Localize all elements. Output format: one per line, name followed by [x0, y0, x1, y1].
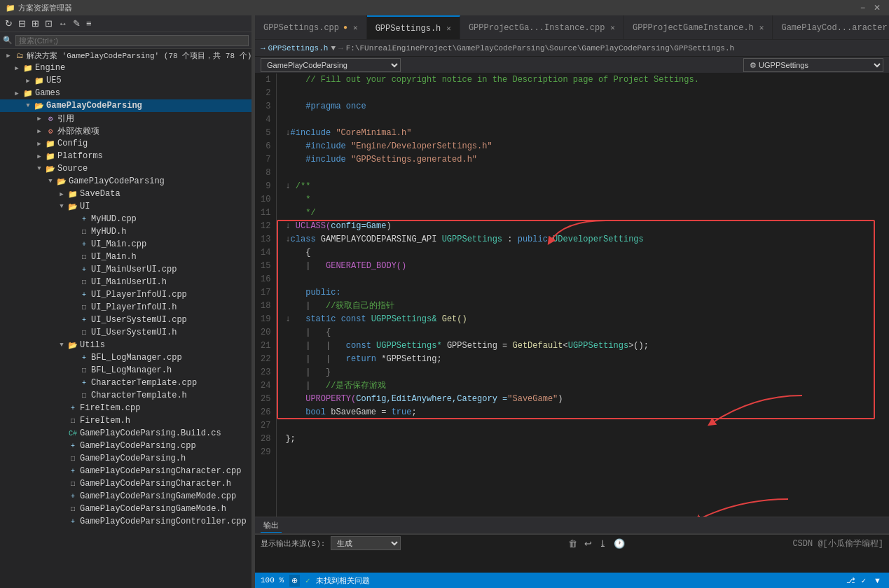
gpgamemode-h-icon: □ [67, 503, 78, 514]
tab-proj-cpp-label: GPPProjectGa...Instance.cpp [469, 23, 605, 33]
tree-item-ui-user-h[interactable]: □ UI_UserSystemUI.h [0, 326, 251, 339]
output-scroll-lock-btn[interactable]: ⤓ [597, 538, 609, 550]
tab-gpp-cpp[interactable]: GPPSettings.cpp ● ✕ [255, 15, 367, 40]
tree-item-games[interactable]: ▶ 📁 Games [0, 87, 251, 99]
breadcrumb-bar: → GPPSettings.h ▼ → F:\FUnrealEngineProj… [255, 40, 889, 57]
bottom-tab-output[interactable]: 输出 [261, 519, 282, 533]
tree-item-ui-user-cpp[interactable]: + UI_UserSystemUI.cpp [0, 314, 251, 326]
tab-char-cpp-label: GamePlayCod...aracter.cpp [781, 23, 889, 33]
tab-proj-cpp[interactable]: GPPProjectGa...Instance.cpp ✕ [460, 15, 624, 40]
nav-class-select[interactable]: GamePlayCodeParsing [261, 58, 401, 72]
tab-gpp-h-close[interactable]: ✕ [446, 24, 451, 33]
platforms-folder-icon: 📁 [45, 150, 56, 162]
gameplay-label: GamePlayCodeParsing [46, 101, 142, 111]
tree-item-ui-main-h[interactable]: □ UI_Main.h [0, 251, 251, 263]
tree-item-ui-player-h[interactable]: □ UI_PlayerInfoUI.h [0, 301, 251, 314]
tab-proj-cpp-close[interactable]: ✕ [610, 23, 615, 32]
search-input[interactable] [15, 35, 249, 46]
tree-item-build-cs[interactable]: C# GamePlayCodeParsing.Build.cs [0, 427, 251, 440]
tree-item-gpctrl-cpp[interactable]: + GamePlayCodeParsingController.cpp [0, 515, 251, 528]
fireitem-h-icon: □ [67, 415, 78, 426]
tree-item-engine[interactable]: ▶ 📁 Engine [0, 62, 251, 74]
tree-item-ui-mainuser-h[interactable]: □ UI_MainUserUI.h [0, 276, 251, 288]
ue5-label: UE5 [46, 76, 62, 85]
tree-item-source[interactable]: ▼ 📂 Source [0, 162, 251, 175]
code-line-6: #include "Engine/DeveloperSettings.h" [285, 140, 889, 153]
breadcrumb-dropdown1[interactable]: ▼ [331, 44, 336, 52]
tree-item-deps[interactable]: ▶ ⚙ 外部依赖项 [0, 125, 251, 137]
output-source-select[interactable]: 生成 [331, 536, 401, 550]
gameplay-src-label: GamePlayCodeParsing [69, 176, 165, 186]
nav-member-select[interactable]: ⚙ UGPPSettings [743, 58, 883, 72]
status-zoom-btn[interactable]: ⊕ [289, 575, 300, 587]
tree-item-gameplay[interactable]: ▼ 📂 GamePlayCodeParsing [0, 99, 251, 112]
tree-item-fireitem-h[interactable]: □ FireItem.h [0, 414, 251, 427]
menu-button[interactable]: ≡ [84, 17, 94, 30]
ue5-folder-icon: 📁 [34, 75, 45, 86]
tree-item-gpgamemode-h[interactable]: □ GamePlayCodeParsingGameMode.h [0, 503, 251, 515]
tab-proj-h-close[interactable]: ✕ [759, 23, 764, 32]
pin-button[interactable]: − [857, 3, 868, 13]
code-editor[interactable]: 12345 678910 1112131415 1617181920 21222… [255, 74, 889, 517]
tree-item-ui-mainuser-cpp[interactable]: + UI_MainUserUI.cpp [0, 263, 251, 276]
tree-item-myhud-h[interactable]: □ MyHUD.h [0, 225, 251, 238]
tree-item-bfl-cpp[interactable]: + BFL_LogManager.cpp [0, 351, 251, 364]
sync-button[interactable]: ↻ [3, 17, 15, 30]
platforms-label: Platforms [57, 151, 103, 161]
ui-player-cpp-expand [67, 289, 78, 300]
tab-proj-h[interactable]: GPPProjectGameInstance.h ✕ [624, 15, 773, 40]
tree-item-platforms[interactable]: ▶ 📁 Platforms [0, 150, 251, 162]
tree-item-config[interactable]: ▶ 📁 Config [0, 137, 251, 150]
code-content: // Fill out your copyright notice in the… [277, 74, 889, 517]
ui-user-h-label: UI_UserSystemUI.h [91, 328, 177, 337]
gpgamemode-h-expand [56, 503, 67, 514]
games-folder-icon: 📁 [22, 88, 34, 99]
tab-char-cpp[interactable]: GamePlayCod...aracter.cpp ✕ [773, 15, 889, 40]
tree-item-char-cpp[interactable]: + CharacterTemplate.cpp [0, 377, 251, 389]
close-panel-button[interactable]: ✕ [871, 3, 883, 13]
tree-item-bfl-h[interactable]: □ BFL_LogManager.h [0, 364, 251, 377]
fireitem-cpp-label: FireItem.cpp [80, 403, 140, 413]
new-solution-button[interactable]: ⊟ [16, 17, 28, 30]
edit-button[interactable]: ✎ [71, 17, 83, 30]
tree-item-ue5[interactable]: ▶ 📁 UE5 [0, 74, 251, 87]
solution-icon: 🗂 [14, 50, 25, 61]
tree-item-ui-player-cpp[interactable]: + UI_PlayerInfoUI.cpp [0, 288, 251, 301]
tab-gpp-cpp-modified-icon: ● [343, 24, 347, 31]
tree-item-myhud-cpp[interactable]: + MyHUD.cpp [0, 213, 251, 225]
bottom-toolbar: 显示输出来源(S): 生成 🗑 ↩ ⤓ 🕐 CSDN @[小瓜偷学编程] [255, 534, 889, 552]
bfl-h-icon: □ [78, 365, 90, 376]
tree-item-char-h[interactable]: □ CharacterTemplate.h [0, 389, 251, 402]
tab-gpp-h[interactable]: GPPSettings.h ✕ [367, 15, 460, 40]
tree-item-savedata[interactable]: ▶ 📁 SaveData [0, 188, 251, 200]
code-line-20: | { [285, 326, 889, 340]
view-button[interactable]: ↔ [56, 17, 69, 30]
ref-expand-icon: ▶ [34, 113, 45, 124]
tree-item-gameplay-cpp2[interactable]: + GamePlayCodeParsing.cpp [0, 440, 251, 452]
solution-item[interactable]: ▶ 🗂 解决方案 'GamePlayCodeParsing' (78 个项目，共… [0, 49, 251, 62]
myhud-h-label: MyHUD.h [91, 227, 126, 237]
tree-item-fireitem-cpp[interactable]: + FireItem.cpp [0, 402, 251, 414]
tree-item-ui-main-cpp[interactable]: + UI_Main.cpp [0, 238, 251, 251]
filter-button[interactable]: ⊞ [29, 17, 41, 30]
tab-gpp-cpp-close[interactable]: ✕ [353, 23, 358, 32]
output-word-wrap-btn[interactable]: ↩ [582, 538, 594, 550]
output-clock-btn[interactable]: 🕐 [612, 538, 627, 550]
tree-item-gameplay-h2[interactable]: □ GamePlayCodeParsing.h [0, 452, 251, 465]
code-line-29 [285, 446, 889, 459]
gameplay-expand-icon: ▼ [22, 100, 34, 111]
settings-button[interactable]: ⊡ [43, 17, 55, 30]
tree-item-gpchar-cpp[interactable]: + GamePlayCodeParsingCharacter.cpp [0, 465, 251, 477]
tree-item-gpchar-h[interactable]: □ GamePlayCodeParsingCharacter.h [0, 477, 251, 490]
tree-item-gameplay-src[interactable]: ▼ 📂 GamePlayCodeParsing [0, 175, 251, 188]
code-line-1: // Fill out your copyright notice in the… [285, 74, 889, 87]
tree-item-gpgamemode-cpp[interactable]: + GamePlayCodeParsingGameMode.cpp [0, 490, 251, 503]
tree-item-utils[interactable]: ▼ 📂 Utils [0, 339, 251, 351]
output-clear-btn[interactable]: 🗑 [566, 538, 579, 550]
bfl-h-expand [67, 365, 78, 376]
code-line-2 [285, 87, 889, 100]
status-right-btn[interactable]: ▼ [871, 575, 883, 586]
tree-item-ui[interactable]: ▼ 📂 UI [0, 200, 251, 213]
build-cs-label: GamePlayCodeParsing.Build.cs [80, 428, 221, 438]
tree-item-ref[interactable]: ▶ ⚙ 引用 [0, 112, 251, 125]
